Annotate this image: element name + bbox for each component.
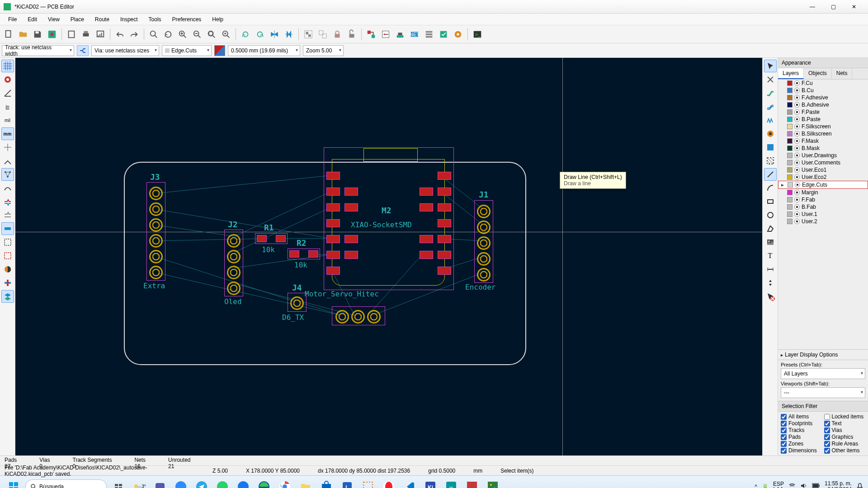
filter-rule-areas[interactable]: Rule Areas <box>824 441 866 447</box>
set-origin-tool[interactable] <box>764 277 777 289</box>
layer-row-user-comments[interactable]: User.Comments <box>778 159 868 166</box>
via-fill-toggle[interactable] <box>1 236 14 249</box>
filter-vias[interactable]: Vias <box>824 427 866 433</box>
menu-file[interactable]: File <box>4 15 21 23</box>
track-width-combo[interactable]: Track: use netclass width <box>2 45 74 56</box>
layer-row-edge-cuts[interactable]: ▸Edge.Cuts <box>778 181 868 189</box>
layer-row-b-mask[interactable]: B.Mask <box>778 145 868 152</box>
tray-volume-icon[interactable] <box>800 482 807 488</box>
redo-button[interactable] <box>127 28 141 41</box>
update-schematic-button[interactable] <box>364 28 378 41</box>
rotate-ccw-button[interactable] <box>239 28 252 41</box>
tray-chevron-icon[interactable]: ^ <box>755 483 757 488</box>
auto-track-toggle[interactable] <box>77 45 89 56</box>
layer-row-b-adhesive[interactable]: B.Adhesive <box>778 101 868 108</box>
place-dimension-tool[interactable] <box>764 263 777 276</box>
draw-rect-tool[interactable] <box>764 195 777 208</box>
app-opera[interactable] <box>380 478 398 488</box>
new-button[interactable] <box>2 28 15 41</box>
board-setup-button[interactable] <box>45 28 59 41</box>
grid-toggle[interactable] <box>1 60 14 72</box>
rotate-cw-button[interactable] <box>253 28 267 41</box>
start-button[interactable] <box>5 478 23 488</box>
inches-toggle[interactable]: in <box>1 100 14 113</box>
tray-wifi-icon[interactable] <box>788 482 796 488</box>
layer-combo[interactable]: Edge.Cuts <box>162 45 212 56</box>
close-button[interactable]: ✕ <box>844 0 864 14</box>
taskbar-search[interactable]: Búsqueda <box>25 479 107 488</box>
tray-language[interactable]: ESPLAA <box>773 481 784 488</box>
schematic-button[interactable] <box>379 28 392 41</box>
draw-line-tool[interactable] <box>764 168 777 181</box>
pcb-canvas[interactable]: J3 Extra J2 Oled R1 10k R2 10k J4 D6_TX <box>15 58 762 455</box>
mils-toggle[interactable]: mil <box>1 114 14 127</box>
app-whatsapp[interactable] <box>213 478 231 488</box>
layer-display-options[interactable]: ▸ Layer Display Options <box>778 349 868 360</box>
app-teams[interactable] <box>151 478 169 488</box>
place-rule-area-tool[interactable] <box>764 155 777 167</box>
mm-toggle[interactable]: mm <box>1 127 14 140</box>
layer-row-user-2[interactable]: User.2 <box>778 218 868 225</box>
menu-route[interactable]: Route <box>90 15 114 23</box>
task-view[interactable] <box>109 478 127 488</box>
app-snip[interactable] <box>359 478 377 488</box>
place-text-tool[interactable]: T <box>764 249 777 262</box>
place-image-tool[interactable] <box>764 236 777 249</box>
pad-fill-toggle[interactable] <box>1 222 14 235</box>
undo-button[interactable] <box>113 28 127 41</box>
app-generic-l[interactable]: L <box>338 478 356 488</box>
menu-view[interactable]: View <box>43 15 64 23</box>
filter-tracks[interactable]: Tracks <box>781 427 822 433</box>
app-chrome[interactable] <box>276 478 294 488</box>
menu-place[interactable]: Place <box>66 15 89 23</box>
delete-tool[interactable] <box>764 290 777 303</box>
layer-row-user-eco2[interactable]: User.Eco2 <box>778 174 868 181</box>
layers-manager-toggle[interactable] <box>1 290 14 303</box>
unlock-button[interactable] <box>345 28 359 41</box>
layer-row-f-paste[interactable]: F.Paste <box>778 108 868 116</box>
layer-row-f-adhesive[interactable]: F.Adhesive <box>778 94 868 101</box>
zoom-find-button[interactable] <box>147 28 160 41</box>
layer-row-f-fab[interactable]: F.Fab <box>778 196 868 203</box>
presets-combo[interactable]: All Layers <box>781 368 865 379</box>
track-fill-toggle[interactable] <box>1 249 14 262</box>
net-color-toggle[interactable] <box>1 277 14 289</box>
app-pcbnew[interactable] <box>484 478 502 488</box>
layer-pair-swatch[interactable] <box>214 45 225 56</box>
app-kicad[interactable]: Ki <box>421 478 439 488</box>
app-store[interactable] <box>317 478 335 488</box>
tab-nets[interactable]: Nets <box>832 68 853 79</box>
save-button[interactable] <box>31 28 44 41</box>
group-button[interactable] <box>302 28 315 41</box>
viewports-combo[interactable]: --- <box>781 387 865 398</box>
tray-clock[interactable]: 11:55 p. m.24/3/2024 <box>825 481 852 488</box>
45-toggle[interactable] <box>1 155 14 167</box>
layer-row-f-silkscreen[interactable]: F.Silkscreen <box>778 123 868 130</box>
draw-arc-tool[interactable] <box>764 182 777 194</box>
layer-row-user-1[interactable]: User.1 <box>778 211 868 218</box>
print-button[interactable] <box>79 28 93 41</box>
mirror-h-button[interactable] <box>282 28 296 41</box>
app-arduino[interactable]: ∞ <box>442 478 460 488</box>
layer-row-f-mask[interactable]: F.Mask <box>778 137 868 145</box>
zoom-fit-button[interactable] <box>205 28 218 41</box>
open-button[interactable] <box>16 28 30 41</box>
draw-poly-tool[interactable] <box>764 222 777 235</box>
app-telegram[interactable] <box>193 478 211 488</box>
tab-layers[interactable]: Layers <box>778 68 804 79</box>
polar-toggle[interactable] <box>1 87 14 99</box>
filter-graphics[interactable]: Graphics <box>824 434 866 440</box>
contrast-toggle[interactable] <box>1 263 14 276</box>
mirror-v-button[interactable] <box>268 28 281 41</box>
drc-button[interactable] <box>437 28 450 41</box>
ratsnest-curved-toggle[interactable] <box>1 182 14 194</box>
layer-row-user-eco1[interactable]: User.Eco1 <box>778 166 868 174</box>
grid-override-toggle[interactable] <box>1 73 14 86</box>
layer-row-b-cu[interactable]: B.Cu <box>778 87 868 94</box>
layer-row-b-silkscreen[interactable]: B.Silkscreen <box>778 130 868 137</box>
layer-row-b-fab[interactable]: B.Fab <box>778 203 868 211</box>
filter-all-items[interactable]: All items <box>781 413 822 420</box>
layer-row-f-cu[interactable]: F.Cu <box>778 80 868 87</box>
outline-fill-toggle[interactable] <box>1 195 14 208</box>
menu-help[interactable]: Help <box>208 15 228 23</box>
